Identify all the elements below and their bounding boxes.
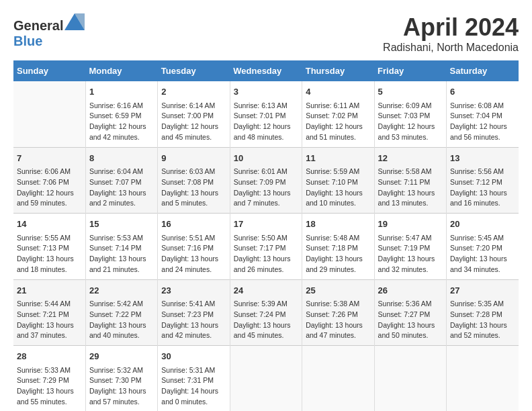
day-number: 27 — [450, 284, 515, 298]
day-info: Sunrise: 6:13 AMSunset: 7:01 PMDaylight:… — [234, 101, 298, 143]
week-row-3: 14Sunrise: 5:55 AMSunset: 7:13 PMDayligh… — [13, 214, 519, 280]
calendar-cell: 30Sunrise: 5:31 AMSunset: 7:31 PMDayligh… — [158, 346, 230, 412]
calendar-cell: 3Sunrise: 6:13 AMSunset: 7:01 PMDaylight… — [230, 81, 302, 147]
day-number: 25 — [306, 284, 370, 298]
calendar-cell: 29Sunrise: 5:32 AMSunset: 7:30 PMDayligh… — [85, 346, 157, 412]
day-number: 9 — [161, 152, 226, 165]
day-info: Sunrise: 6:01 AMSunset: 7:09 PMDaylight:… — [234, 167, 298, 209]
calendar-cell: 7Sunrise: 6:06 AMSunset: 7:06 PMDaylight… — [13, 147, 85, 214]
day-info: Sunrise: 5:35 AMSunset: 7:28 PMDaylight:… — [450, 299, 515, 341]
day-number: 24 — [234, 284, 298, 298]
calendar-cell: 1Sunrise: 6:16 AMSunset: 6:59 PMDaylight… — [85, 81, 157, 147]
day-number: 15 — [89, 218, 154, 231]
calendar-cell — [13, 81, 85, 147]
day-number: 11 — [306, 152, 370, 165]
day-info: Sunrise: 5:58 AMSunset: 7:11 PMDaylight:… — [378, 167, 443, 209]
day-info: Sunrise: 5:59 AMSunset: 7:10 PMDaylight:… — [306, 167, 370, 209]
calendar-cell: 23Sunrise: 5:41 AMSunset: 7:23 PMDayligh… — [158, 279, 230, 346]
day-number: 1 — [89, 85, 154, 99]
calendar-cell: 4Sunrise: 6:11 AMSunset: 7:02 PMDaylight… — [302, 81, 374, 147]
calendar-cell: 12Sunrise: 5:58 AMSunset: 7:11 PMDayligh… — [374, 147, 446, 214]
calendar-cell: 26Sunrise: 5:36 AMSunset: 7:27 PMDayligh… — [374, 279, 446, 346]
day-info: Sunrise: 5:48 AMSunset: 7:18 PMDaylight:… — [306, 233, 370, 275]
header-cell-friday: Friday — [374, 60, 446, 81]
day-number: 26 — [378, 284, 443, 298]
calendar-cell — [302, 346, 374, 412]
logo: General Blue — [13, 13, 85, 49]
calendar-cell — [447, 346, 519, 412]
day-info: Sunrise: 6:14 AMSunset: 7:00 PMDaylight:… — [161, 101, 226, 143]
header-cell-sunday: Sunday — [13, 60, 85, 81]
day-info: Sunrise: 5:44 AMSunset: 7:21 PMDaylight:… — [17, 299, 82, 341]
calendar-cell: 24Sunrise: 5:39 AMSunset: 7:24 PMDayligh… — [230, 279, 302, 346]
header-cell-saturday: Saturday — [447, 60, 519, 81]
day-number: 7 — [17, 152, 82, 165]
day-info: Sunrise: 6:06 AMSunset: 7:06 PMDaylight:… — [17, 167, 82, 209]
day-info: Sunrise: 5:32 AMSunset: 7:30 PMDaylight:… — [89, 365, 154, 408]
day-number: 8 — [89, 152, 154, 165]
calendar-cell: 19Sunrise: 5:47 AMSunset: 7:19 PMDayligh… — [374, 214, 446, 280]
day-info: Sunrise: 6:16 AMSunset: 6:59 PMDaylight:… — [89, 101, 154, 143]
calendar-header: SundayMondayTuesdayWednesdayThursdayFrid… — [13, 60, 519, 81]
day-number: 13 — [450, 152, 515, 165]
calendar-cell: 27Sunrise: 5:35 AMSunset: 7:28 PMDayligh… — [447, 279, 519, 346]
day-info: Sunrise: 6:03 AMSunset: 7:08 PMDaylight:… — [161, 167, 226, 209]
calendar-cell: 17Sunrise: 5:50 AMSunset: 7:17 PMDayligh… — [230, 214, 302, 280]
day-number: 19 — [378, 218, 443, 231]
day-info: Sunrise: 6:04 AMSunset: 7:07 PMDaylight:… — [89, 167, 154, 209]
day-info: Sunrise: 5:47 AMSunset: 7:19 PMDaylight:… — [378, 233, 443, 275]
header-cell-tuesday: Tuesday — [158, 60, 230, 81]
week-row-1: 1Sunrise: 6:16 AMSunset: 6:59 PMDaylight… — [13, 81, 519, 147]
header-row: SundayMondayTuesdayWednesdayThursdayFrid… — [13, 60, 519, 81]
calendar-cell: 15Sunrise: 5:53 AMSunset: 7:14 PMDayligh… — [85, 214, 157, 280]
day-number: 2 — [161, 85, 226, 99]
day-number: 21 — [17, 284, 82, 298]
calendar-cell: 14Sunrise: 5:55 AMSunset: 7:13 PMDayligh… — [13, 214, 85, 280]
calendar-body: 1Sunrise: 6:16 AMSunset: 6:59 PMDaylight… — [13, 81, 519, 411]
calendar-cell — [230, 346, 302, 412]
day-info: Sunrise: 5:42 AMSunset: 7:22 PMDaylight:… — [89, 299, 154, 341]
day-number: 12 — [378, 152, 443, 165]
page-header: General Blue April 2024 Radishani, North… — [13, 13, 519, 54]
day-number: 20 — [450, 218, 515, 231]
day-number: 23 — [161, 284, 226, 298]
day-info: Sunrise: 5:41 AMSunset: 7:23 PMDaylight:… — [161, 299, 226, 341]
calendar-cell: 25Sunrise: 5:38 AMSunset: 7:26 PMDayligh… — [302, 279, 374, 346]
day-number: 28 — [17, 350, 82, 363]
calendar-cell — [374, 346, 446, 412]
day-number: 3 — [234, 85, 298, 99]
day-number: 16 — [161, 218, 226, 231]
day-number: 10 — [234, 152, 298, 165]
calendar-title: April 2024 — [383, 13, 519, 42]
day-info: Sunrise: 5:31 AMSunset: 7:31 PMDaylight:… — [161, 365, 226, 408]
calendar-cell: 18Sunrise: 5:48 AMSunset: 7:18 PMDayligh… — [302, 214, 374, 280]
calendar-table: SundayMondayTuesdayWednesdayThursdayFrid… — [13, 60, 519, 411]
day-number: 5 — [378, 85, 443, 99]
day-number: 30 — [161, 350, 226, 363]
calendar-cell: 21Sunrise: 5:44 AMSunset: 7:21 PMDayligh… — [13, 279, 85, 346]
day-info: Sunrise: 6:11 AMSunset: 7:02 PMDaylight:… — [306, 101, 370, 143]
day-info: Sunrise: 5:55 AMSunset: 7:13 PMDaylight:… — [17, 233, 82, 275]
day-info: Sunrise: 5:53 AMSunset: 7:14 PMDaylight:… — [89, 233, 154, 275]
calendar-cell: 13Sunrise: 5:56 AMSunset: 7:12 PMDayligh… — [447, 147, 519, 214]
day-info: Sunrise: 5:50 AMSunset: 7:17 PMDaylight:… — [234, 233, 298, 275]
header-cell-monday: Monday — [85, 60, 157, 81]
title-section: April 2024 Radishani, North Macedonia — [383, 13, 519, 54]
day-info: Sunrise: 5:56 AMSunset: 7:12 PMDaylight:… — [450, 167, 515, 209]
calendar-cell: 9Sunrise: 6:03 AMSunset: 7:08 PMDaylight… — [158, 147, 230, 214]
logo-icon — [64, 13, 85, 30]
calendar-cell: 8Sunrise: 6:04 AMSunset: 7:07 PMDaylight… — [85, 147, 157, 214]
logo-blue: Blue — [13, 34, 42, 48]
header-cell-wednesday: Wednesday — [230, 60, 302, 81]
calendar-cell: 6Sunrise: 6:08 AMSunset: 7:04 PMDaylight… — [447, 81, 519, 147]
day-number: 14 — [17, 218, 82, 231]
day-info: Sunrise: 5:39 AMSunset: 7:24 PMDaylight:… — [234, 299, 298, 341]
day-info: Sunrise: 5:51 AMSunset: 7:16 PMDaylight:… — [161, 233, 226, 275]
day-number: 22 — [89, 284, 154, 298]
calendar-cell: 11Sunrise: 5:59 AMSunset: 7:10 PMDayligh… — [302, 147, 374, 214]
calendar-cell: 28Sunrise: 5:33 AMSunset: 7:29 PMDayligh… — [13, 346, 85, 412]
day-number: 4 — [306, 85, 370, 99]
day-number: 18 — [306, 218, 370, 231]
day-info: Sunrise: 5:38 AMSunset: 7:26 PMDaylight:… — [306, 299, 370, 341]
day-info: Sunrise: 5:36 AMSunset: 7:27 PMDaylight:… — [378, 299, 443, 341]
